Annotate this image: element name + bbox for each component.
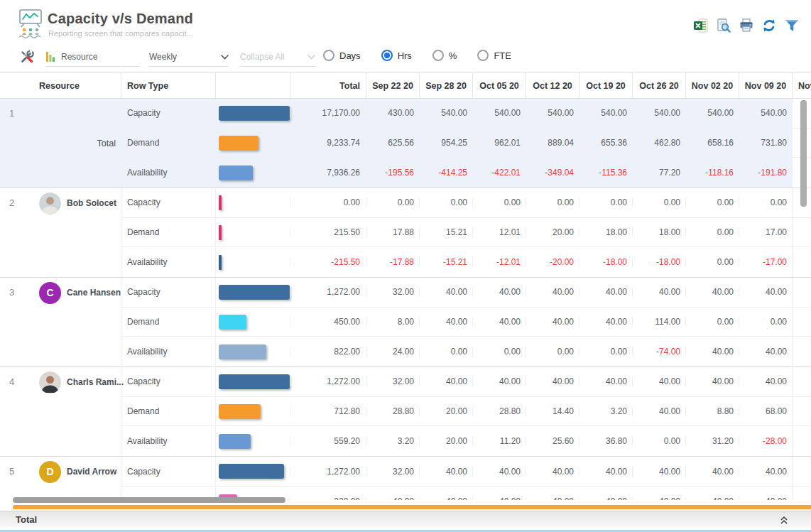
value-cell: 40.00 (526, 287, 579, 297)
value-cell: 40.00 (579, 287, 632, 297)
value-cell: 40.00 (685, 347, 739, 357)
table-row: Availability-215.50-17.88-15.21-12.01-20… (121, 247, 811, 277)
resource-entity[interactable]: CCane Hansen (39, 278, 121, 308)
column-header-week[interactable]: Oct 19 20 (579, 73, 632, 98)
tools-icon[interactable] (19, 49, 35, 65)
bar-cell (215, 397, 290, 426)
print-preview-icon[interactable] (716, 18, 731, 33)
radio-percent[interactable]: % (432, 50, 457, 61)
table-row: Availability559.203.2020.0011.2025.6036.… (121, 426, 811, 456)
value-cell: 40.00 (739, 376, 792, 386)
value-cell: 40.00 (472, 317, 526, 327)
row-index: 4 (9, 376, 14, 387)
resource-group: 3CCane HansenCapacity1,272.0032.0040.004… (0, 278, 811, 367)
value-cell: -191.80 (739, 168, 792, 178)
chevron-down-icon (307, 55, 315, 60)
resource-entity[interactable]: DDavid Arrow (39, 457, 116, 487)
group-by-value: Resource (61, 52, 97, 62)
bar-cell (215, 457, 290, 486)
column-header-week[interactable]: Oct 05 20 (472, 73, 526, 98)
value-cell: 11.20 (472, 436, 526, 446)
table-row: Availability822.0024.000.000.000.000.00-… (121, 337, 811, 367)
value-cell: -74.00 (632, 347, 685, 357)
column-header-week[interactable]: Oct 12 20 (526, 73, 579, 98)
resource-name: Cane Hansen (67, 288, 121, 298)
accent-strip (13, 505, 811, 509)
resource-entity[interactable]: Charls Rami... (39, 367, 124, 397)
value-cell: 24.00 (366, 347, 419, 357)
value-cell: 540.00 (739, 108, 792, 118)
bar (219, 374, 290, 389)
resource-name: Bob Solocet (67, 198, 116, 208)
group-rows: Capacity1,272.0032.0040.0040.0040.0040.0… (121, 457, 811, 500)
table-body: 1TotalCapacity17,170.00430.00540.00540.0… (0, 99, 811, 500)
value-cell: 625.56 (366, 138, 419, 148)
table-row: Demand9,233.74625.56954.25962.01889.0465… (121, 129, 811, 158)
clipped-cell (792, 278, 811, 307)
horizontal-scrollbar[interactable] (13, 497, 285, 503)
value-cell: 40.00 (366, 496, 419, 500)
radio-days[interactable]: Days (323, 50, 361, 61)
person-photo (39, 371, 61, 393)
bar (219, 285, 290, 300)
value-cell: 18.00 (632, 227, 685, 237)
radio-label: Hrs (398, 50, 412, 61)
column-header-row-type[interactable]: Row Type (121, 73, 215, 98)
collapse-all-select[interactable]: Collapse All (240, 48, 315, 67)
value-cell: 32.00 (366, 287, 419, 297)
bar (219, 404, 261, 419)
clipped-cell (792, 337, 811, 367)
resource-entity[interactable]: Bob Solocet (39, 188, 116, 218)
bar-cell (215, 158, 290, 188)
radio-unselected-icon[interactable] (477, 50, 489, 61)
print-icon[interactable] (739, 18, 754, 33)
column-header-week[interactable]: Nov 09 20 (739, 73, 792, 98)
value-cell: 40.00 (579, 376, 632, 386)
value-cell: 0.00 (685, 227, 739, 237)
clipped-cell (792, 397, 811, 426)
filter-icon[interactable] (784, 18, 800, 33)
value-cell: 40.00 (419, 376, 472, 386)
radio-unselected-icon[interactable] (323, 50, 334, 61)
value-cell: 0.00 (685, 197, 739, 207)
radio-selected-icon[interactable] (381, 50, 393, 61)
value-cell: -118.16 (685, 168, 739, 178)
radio-unselected-icon[interactable] (432, 50, 444, 61)
value-cell: 40.00 (632, 406, 685, 416)
total-cell: 559.20 (290, 436, 366, 446)
footer-total-label: Total (16, 514, 37, 525)
column-header-clipped: Nov 16 20 (792, 73, 811, 98)
value-cell: 430.00 (366, 108, 419, 118)
bar (219, 434, 251, 449)
clipped-cell (792, 457, 811, 486)
column-header-week[interactable]: Nov 02 20 (685, 73, 739, 98)
row-index: 1 (9, 108, 14, 119)
double-chevron-up-icon[interactable] (778, 514, 790, 526)
value-cell: 540.00 (472, 108, 526, 118)
group-by-select[interactable]: Resource (45, 48, 139, 67)
excel-export-icon[interactable] (693, 18, 709, 33)
radio-hrs[interactable]: Hrs (381, 50, 412, 61)
table-row: Capacity1,272.0032.0040.0040.0040.0040.0… (121, 457, 811, 487)
value-cell: 40.00 (526, 496, 579, 500)
column-header-resource[interactable]: Resource (0, 73, 121, 98)
value-cell: 14.40 (526, 406, 579, 416)
column-header-week[interactable]: Oct 26 20 (632, 73, 685, 98)
value-cell: 0.00 (366, 197, 419, 207)
value-cell: 20.00 (419, 406, 472, 416)
resource-name: Charls Rami... (67, 377, 124, 387)
value-cell: 40.00 (419, 317, 472, 327)
table-row: Capacity17,170.00430.00540.00540.00540.0… (121, 99, 811, 129)
period-select[interactable]: Weekly (149, 48, 229, 67)
value-cell: 0.00 (472, 347, 526, 357)
value-cell: 962.01 (472, 138, 526, 148)
resource-group: 2 Bob SolocetCapacity0.000.000.000.000.0… (0, 188, 811, 278)
column-header-week[interactable]: Sep 28 20 (419, 73, 472, 98)
column-header-week[interactable]: Sep 22 20 (366, 73, 419, 98)
value-cell: -18.00 (579, 257, 632, 267)
column-header-total[interactable]: Total (290, 73, 366, 98)
refresh-icon[interactable] (761, 18, 777, 33)
vertical-scrollbar[interactable] (800, 100, 807, 207)
radio-fte[interactable]: FTE (477, 50, 511, 61)
value-cell: -12.01 (472, 257, 526, 267)
